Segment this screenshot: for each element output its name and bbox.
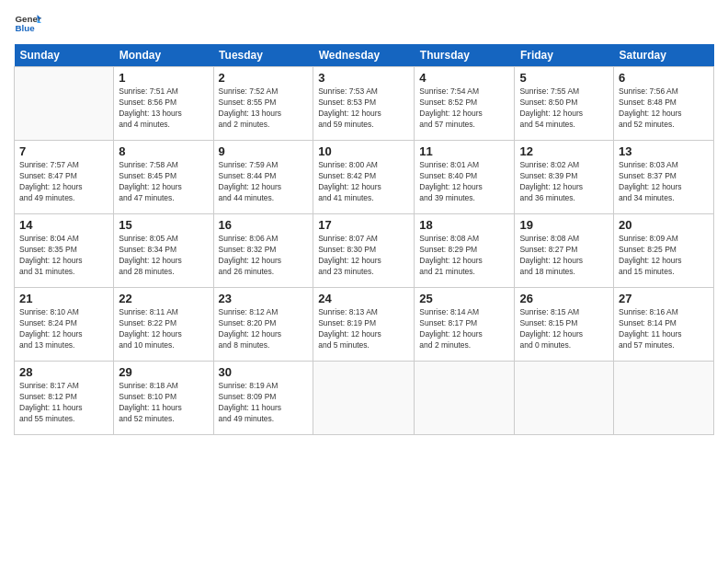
day-number: 25 <box>419 292 509 305</box>
day-info: Sunrise: 8:04 AM Sunset: 8:35 PM Dayligh… <box>19 234 108 278</box>
day-info: Sunrise: 8:00 AM Sunset: 8:42 PM Dayligh… <box>318 160 409 204</box>
day-number: 13 <box>619 144 709 158</box>
logo-icon: General Blue <box>14 9 41 37</box>
day-number: 9 <box>219 144 309 158</box>
day-info: Sunrise: 7:55 AM Sunset: 8:50 PM Dayligh… <box>519 86 609 131</box>
day-cell: 24Sunrise: 8:13 AM Sunset: 8:19 PM Dayli… <box>313 288 415 362</box>
day-info: Sunrise: 8:07 AM Sunset: 8:30 PM Dayligh… <box>318 234 409 278</box>
day-info: Sunrise: 8:11 AM Sunset: 8:22 PM Dayligh… <box>119 307 208 351</box>
day-cell: 11Sunrise: 8:01 AM Sunset: 8:40 PM Dayli… <box>415 141 515 214</box>
day-cell: 6Sunrise: 7:56 AM Sunset: 8:48 PM Daylig… <box>614 67 714 141</box>
day-cell: 23Sunrise: 8:12 AM Sunset: 8:20 PM Dayli… <box>213 288 313 362</box>
logo: General Blue <box>14 9 45 37</box>
day-cell: 20Sunrise: 8:09 AM Sunset: 8:25 PM Dayli… <box>614 214 714 288</box>
day-number: 3 <box>318 71 409 85</box>
day-cell: 25Sunrise: 8:14 AM Sunset: 8:17 PM Dayli… <box>415 288 515 362</box>
day-info: Sunrise: 8:01 AM Sunset: 8:40 PM Dayligh… <box>419 160 509 204</box>
weekday-saturday: Saturday <box>614 44 714 67</box>
day-cell: 17Sunrise: 8:07 AM Sunset: 8:30 PM Dayli… <box>313 214 415 288</box>
day-info: Sunrise: 8:14 AM Sunset: 8:17 PM Dayligh… <box>419 307 509 351</box>
day-cell: 29Sunrise: 8:18 AM Sunset: 8:10 PM Dayli… <box>114 362 213 435</box>
day-info: Sunrise: 7:59 AM Sunset: 8:44 PM Dayligh… <box>219 160 309 204</box>
day-info: Sunrise: 8:19 AM Sunset: 8:09 PM Dayligh… <box>219 381 309 425</box>
day-number: 26 <box>519 292 609 305</box>
weekday-monday: Monday <box>114 44 213 67</box>
day-info: Sunrise: 8:06 AM Sunset: 8:32 PM Dayligh… <box>219 234 309 278</box>
day-number: 17 <box>318 218 409 232</box>
day-number: 15 <box>119 218 208 232</box>
page: General Blue SundayMondayTuesdayWednesda… <box>0 0 728 563</box>
day-number: 7 <box>19 144 108 158</box>
day-number: 11 <box>419 144 509 158</box>
day-info: Sunrise: 8:08 AM Sunset: 8:29 PM Dayligh… <box>419 234 509 278</box>
day-number: 6 <box>619 71 709 85</box>
day-cell <box>313 362 415 435</box>
day-info: Sunrise: 7:54 AM Sunset: 8:52 PM Dayligh… <box>419 86 509 131</box>
week-row-1: 1Sunrise: 7:51 AM Sunset: 8:56 PM Daylig… <box>15 67 714 141</box>
day-cell: 21Sunrise: 8:10 AM Sunset: 8:24 PM Dayli… <box>15 288 114 362</box>
day-cell: 16Sunrise: 8:06 AM Sunset: 8:32 PM Dayli… <box>213 214 313 288</box>
day-cell: 2Sunrise: 7:52 AM Sunset: 8:55 PM Daylig… <box>213 67 313 141</box>
day-number: 1 <box>119 71 208 85</box>
day-info: Sunrise: 8:03 AM Sunset: 8:37 PM Dayligh… <box>619 160 709 204</box>
day-number: 18 <box>419 218 509 232</box>
day-cell: 3Sunrise: 7:53 AM Sunset: 8:53 PM Daylig… <box>313 67 415 141</box>
day-info: Sunrise: 8:02 AM Sunset: 8:39 PM Dayligh… <box>519 160 609 204</box>
day-info: Sunrise: 7:53 AM Sunset: 8:53 PM Dayligh… <box>318 86 409 131</box>
day-info: Sunrise: 8:12 AM Sunset: 8:20 PM Dayligh… <box>219 307 309 351</box>
day-cell: 18Sunrise: 8:08 AM Sunset: 8:29 PM Dayli… <box>415 214 515 288</box>
weekday-sunday: Sunday <box>15 44 114 67</box>
day-info: Sunrise: 8:08 AM Sunset: 8:27 PM Dayligh… <box>519 234 609 278</box>
day-number: 20 <box>619 218 709 232</box>
day-number: 5 <box>519 71 609 85</box>
day-cell: 15Sunrise: 8:05 AM Sunset: 8:34 PM Dayli… <box>114 214 213 288</box>
day-number: 24 <box>318 292 409 305</box>
day-info: Sunrise: 8:05 AM Sunset: 8:34 PM Dayligh… <box>119 234 208 278</box>
day-number: 23 <box>219 292 309 305</box>
day-cell: 4Sunrise: 7:54 AM Sunset: 8:52 PM Daylig… <box>415 67 515 141</box>
day-number: 2 <box>219 71 309 85</box>
day-number: 21 <box>19 292 108 305</box>
day-cell: 22Sunrise: 8:11 AM Sunset: 8:22 PM Dayli… <box>114 288 213 362</box>
day-number: 30 <box>219 365 309 379</box>
day-cell <box>614 362 714 435</box>
weekday-header-row: SundayMondayTuesdayWednesdayThursdayFrid… <box>15 44 714 67</box>
header: General Blue <box>14 9 714 37</box>
day-info: Sunrise: 7:52 AM Sunset: 8:55 PM Dayligh… <box>219 86 309 131</box>
day-info: Sunrise: 8:17 AM Sunset: 8:12 PM Dayligh… <box>19 381 108 425</box>
day-cell <box>15 67 114 141</box>
day-cell: 1Sunrise: 7:51 AM Sunset: 8:56 PM Daylig… <box>114 67 213 141</box>
day-number: 12 <box>519 144 609 158</box>
day-cell: 9Sunrise: 7:59 AM Sunset: 8:44 PM Daylig… <box>213 141 313 214</box>
day-cell <box>515 362 614 435</box>
day-number: 8 <box>119 144 208 158</box>
day-number: 4 <box>419 71 509 85</box>
weekday-thursday: Thursday <box>415 44 515 67</box>
day-info: Sunrise: 8:18 AM Sunset: 8:10 PM Dayligh… <box>119 381 208 425</box>
day-info: Sunrise: 8:09 AM Sunset: 8:25 PM Dayligh… <box>619 234 709 278</box>
day-info: Sunrise: 7:58 AM Sunset: 8:45 PM Dayligh… <box>119 160 208 204</box>
day-number: 10 <box>318 144 409 158</box>
day-number: 28 <box>19 365 108 379</box>
day-cell: 10Sunrise: 8:00 AM Sunset: 8:42 PM Dayli… <box>313 141 415 214</box>
day-info: Sunrise: 8:16 AM Sunset: 8:14 PM Dayligh… <box>619 307 709 351</box>
day-cell: 19Sunrise: 8:08 AM Sunset: 8:27 PM Dayli… <box>515 214 614 288</box>
day-cell: 28Sunrise: 8:17 AM Sunset: 8:12 PM Dayli… <box>15 362 114 435</box>
week-row-5: 28Sunrise: 8:17 AM Sunset: 8:12 PM Dayli… <box>15 362 714 435</box>
day-info: Sunrise: 7:57 AM Sunset: 8:47 PM Dayligh… <box>19 160 108 204</box>
day-number: 19 <box>519 218 609 232</box>
day-number: 22 <box>119 292 208 305</box>
svg-text:Blue: Blue <box>16 23 36 33</box>
day-info: Sunrise: 7:56 AM Sunset: 8:48 PM Dayligh… <box>619 86 709 131</box>
week-row-4: 21Sunrise: 8:10 AM Sunset: 8:24 PM Dayli… <box>15 288 714 362</box>
day-info: Sunrise: 8:15 AM Sunset: 8:15 PM Dayligh… <box>519 307 609 351</box>
day-info: Sunrise: 8:13 AM Sunset: 8:19 PM Dayligh… <box>318 307 409 351</box>
day-info: Sunrise: 7:51 AM Sunset: 8:56 PM Dayligh… <box>119 86 208 131</box>
week-row-2: 7Sunrise: 7:57 AM Sunset: 8:47 PM Daylig… <box>15 141 714 214</box>
weekday-tuesday: Tuesday <box>213 44 313 67</box>
week-row-3: 14Sunrise: 8:04 AM Sunset: 8:35 PM Dayli… <box>15 214 714 288</box>
day-cell: 30Sunrise: 8:19 AM Sunset: 8:09 PM Dayli… <box>213 362 313 435</box>
weekday-wednesday: Wednesday <box>313 44 415 67</box>
day-cell: 14Sunrise: 8:04 AM Sunset: 8:35 PM Dayli… <box>15 214 114 288</box>
weekday-friday: Friday <box>515 44 614 67</box>
